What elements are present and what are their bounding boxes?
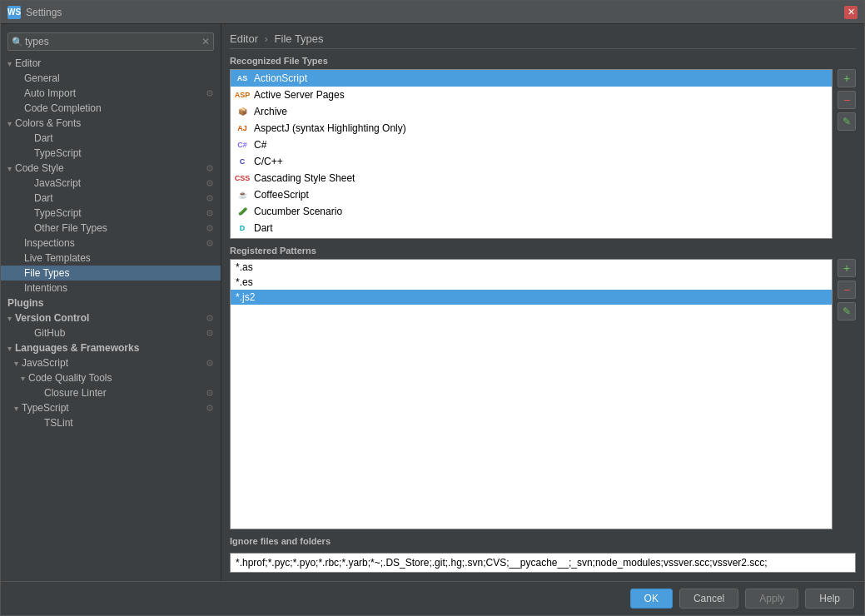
arrow-icon: ▾ bbox=[21, 374, 25, 383]
patterns-side-buttons: + − ✎ bbox=[838, 259, 856, 529]
search-input[interactable] bbox=[7, 32, 214, 51]
sidebar-item-label: JavaScript bbox=[34, 177, 206, 189]
file-types-list[interactable]: ASActionScriptASPActive Server Pages📦Arc… bbox=[230, 69, 833, 239]
sidebar-item-dart-cs[interactable]: Dart ⚙ bbox=[1, 191, 221, 206]
file-type-item[interactable]: 📦Archive bbox=[231, 103, 832, 120]
file-type-icon: C bbox=[236, 155, 249, 168]
sidebar-item-intentions[interactable]: Intentions bbox=[1, 281, 221, 296]
sidebar: 🔍 ✕ ▾ Editor General Auto Import ⚙ Code … bbox=[1, 24, 221, 581]
file-type-item[interactable]: 🥒Cucumber Scenario bbox=[231, 203, 832, 220]
file-type-icon: ⬜ bbox=[236, 238, 249, 239]
sidebar-item-file-types[interactable]: File Types bbox=[1, 266, 221, 281]
sidebar-item-label: Auto Import bbox=[24, 87, 206, 99]
sidebar-item-typescript-cf[interactable]: TypeScript bbox=[1, 146, 221, 161]
file-type-item[interactable]: AJAspectJ (syntax Highlighting Only) bbox=[231, 120, 832, 137]
file-type-item[interactable]: ASActionScript bbox=[231, 70, 832, 87]
close-button[interactable]: ✕ bbox=[844, 6, 858, 19]
add-file-type-button[interactable]: + bbox=[838, 69, 856, 87]
file-type-item[interactable]: ASPActive Server Pages bbox=[231, 87, 832, 103]
file-type-label: CoffeeScript bbox=[254, 189, 309, 201]
cancel-button[interactable]: Cancel bbox=[679, 589, 738, 609]
file-type-label: ActionScript bbox=[254, 72, 307, 84]
sidebar-item-label: TypeScript bbox=[22, 402, 206, 414]
remove-pattern-button[interactable]: − bbox=[838, 281, 856, 299]
search-icon: 🔍 bbox=[12, 37, 23, 47]
content-area: 🔍 ✕ ▾ Editor General Auto Import ⚙ Code … bbox=[1, 24, 864, 581]
edit-pattern-button[interactable]: ✎ bbox=[838, 302, 856, 320]
file-type-icon: 🥒 bbox=[236, 205, 249, 218]
sidebar-item-colors-fonts-group[interactable]: ▾ Colors & Fonts bbox=[1, 116, 221, 131]
sidebar-item-general[interactable]: General bbox=[1, 71, 221, 86]
sidebar-item-code-style-group[interactable]: ▾ Code Style ⚙ bbox=[1, 161, 221, 176]
sidebar-item-closure-linter[interactable]: Closure Linter ⚙ bbox=[1, 385, 221, 400]
arrow-icon: ▾ bbox=[7, 164, 12, 173]
file-type-label: Cucumber Scenario bbox=[254, 206, 342, 217]
sidebar-item-other-file-types[interactable]: Other File Types ⚙ bbox=[1, 221, 221, 236]
sidebar-item-label: TypeScript bbox=[34, 147, 82, 159]
settings-window: WS Settings ✕ 🔍 ✕ ▾ Editor General Auto … bbox=[0, 0, 865, 616]
arrow-icon: ▾ bbox=[7, 119, 12, 128]
sidebar-item-dart-cf[interactable]: Dart bbox=[1, 131, 221, 146]
file-type-icon: ASP bbox=[236, 88, 249, 102]
sidebar-item-editor[interactable]: ▾ Editor bbox=[1, 56, 221, 71]
sidebar-item-label: Intentions bbox=[24, 282, 67, 294]
gear-icon: ⚙ bbox=[206, 358, 214, 369]
remove-file-type-button[interactable]: − bbox=[838, 91, 856, 109]
sidebar-item-plugins[interactable]: Plugins bbox=[1, 296, 221, 310]
sidebar-item-version-control[interactable]: ▾ Version Control ⚙ bbox=[1, 310, 221, 325]
file-type-label: Cascading Style Sheet bbox=[254, 172, 355, 184]
ignore-files-input[interactable] bbox=[230, 553, 856, 573]
sidebar-item-label: Code Quality Tools bbox=[28, 372, 112, 384]
patterns-list[interactable]: *.as*.es*.js2 bbox=[230, 259, 833, 529]
sidebar-item-javascript-lf[interactable]: ▾ JavaScript ⚙ bbox=[1, 355, 221, 370]
file-type-item[interactable]: CSSCascading Style Sheet bbox=[231, 170, 832, 186]
file-type-item[interactable]: ☕CoffeeScript bbox=[231, 186, 832, 203]
file-type-label: AspectJ (syntax Highlighting Only) bbox=[254, 122, 406, 134]
file-type-item[interactable]: C#C# bbox=[231, 137, 832, 153]
sidebar-item-typescript-lf[interactable]: ▾ TypeScript ⚙ bbox=[1, 400, 221, 415]
sidebar-item-github[interactable]: GitHub ⚙ bbox=[1, 325, 221, 340]
ok-button[interactable]: OK bbox=[630, 589, 673, 609]
sidebar-item-label: Editor bbox=[15, 57, 41, 69]
section-title-recognized: Recognized File Types bbox=[230, 56, 856, 66]
sidebar-item-label: Closure Linter bbox=[44, 387, 206, 399]
sidebar-item-label: Code Style bbox=[15, 162, 206, 174]
sidebar-item-inspections[interactable]: Inspections ⚙ bbox=[1, 236, 221, 251]
sidebar-item-label: Code Completion bbox=[24, 102, 102, 114]
pattern-item[interactable]: *.js2 bbox=[231, 290, 832, 305]
apply-button[interactable]: Apply bbox=[745, 589, 798, 609]
sidebar-item-languages-frameworks[interactable]: ▾ Languages & Frameworks bbox=[1, 340, 221, 355]
file-type-item[interactable]: DDart bbox=[231, 220, 832, 236]
file-type-icon: ☕ bbox=[236, 188, 249, 201]
sidebar-item-live-templates[interactable]: Live Templates bbox=[1, 251, 221, 266]
section-title-registered: Registered Patterns bbox=[230, 246, 856, 256]
sidebar-item-label: TSLint bbox=[44, 417, 73, 429]
help-button[interactable]: Help bbox=[805, 589, 854, 609]
pattern-item[interactable]: *.as bbox=[231, 260, 832, 275]
sidebar-item-typescript-cs[interactable]: TypeScript ⚙ bbox=[1, 206, 221, 221]
sidebar-item-code-quality-tools[interactable]: ▾ Code Quality Tools bbox=[1, 370, 221, 385]
edit-file-type-button[interactable]: ✎ bbox=[838, 112, 856, 131]
breadcrumb-parent: Editor bbox=[230, 32, 258, 45]
search-clear-icon[interactable]: ✕ bbox=[201, 36, 210, 47]
sidebar-item-label: Dart bbox=[34, 192, 206, 204]
pattern-item[interactable]: *.es bbox=[231, 275, 832, 290]
recognized-file-types-section: Recognized File Types ASActionScriptASPA… bbox=[230, 56, 856, 239]
sidebar-item-auto-import[interactable]: Auto Import ⚙ bbox=[1, 86, 221, 101]
registered-patterns-section: Registered Patterns *.as*.es*.js2 + − ✎ bbox=[230, 246, 856, 529]
file-type-item[interactable]: ⬜Diagram bbox=[231, 236, 832, 239]
gear-icon: ⚙ bbox=[206, 403, 214, 414]
file-type-label: C# bbox=[254, 139, 266, 151]
app-icon: WS bbox=[7, 6, 21, 19]
file-type-item[interactable]: CC/C++ bbox=[231, 153, 832, 170]
panel-header: Editor › File Types bbox=[230, 32, 856, 49]
sidebar-item-code-completion[interactable]: Code Completion bbox=[1, 101, 221, 116]
sidebar-item-label: Live Templates bbox=[24, 252, 91, 264]
sidebar-item-tslint[interactable]: TSLint bbox=[1, 415, 221, 430]
add-pattern-button[interactable]: + bbox=[838, 259, 856, 277]
arrow-icon: ▾ bbox=[14, 404, 18, 413]
sidebar-item-javascript-cs[interactable]: JavaScript ⚙ bbox=[1, 176, 221, 191]
sidebar-item-label: Dart bbox=[34, 132, 53, 144]
arrow-icon: ▾ bbox=[7, 344, 12, 353]
gear-icon: ⚙ bbox=[206, 313, 214, 324]
